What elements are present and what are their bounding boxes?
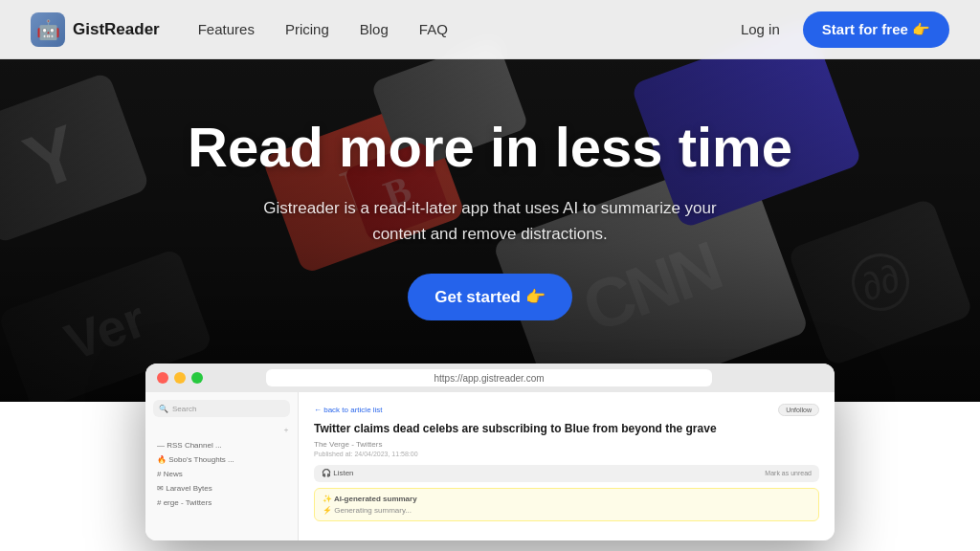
hero-subtitle: Gistreader is a read-it-later app that u… <box>260 195 720 247</box>
nav-link-features[interactable]: Features <box>198 21 255 37</box>
hero-title: Read more in less time <box>188 117 792 178</box>
logo[interactable]: 🤖 GistReader <box>31 12 160 47</box>
traffic-lights <box>157 372 203 384</box>
list-item[interactable]: 🔥 Sobo's Thoughts ... <box>153 453 290 466</box>
ai-summary-text: ⚡ Generating summary... <box>323 506 811 515</box>
back-link-label: ← back to article list <box>314 406 383 414</box>
nav-links: Features Pricing Blog FAQ <box>198 21 741 37</box>
back-to-list[interactable]: ← back to article list Unfollow <box>314 404 819 416</box>
list-item[interactable]: — RSS Channel ... <box>153 439 290 452</box>
app-main: ← back to article list Unfollow Twitter … <box>299 392 835 540</box>
unfollow-button[interactable]: Unfollow <box>778 404 819 416</box>
listen-label: 🎧 Listen <box>322 469 354 477</box>
sidebar-search[interactable]: 🔍 Search <box>153 400 290 417</box>
search-placeholder: Search <box>172 405 196 413</box>
listen-bar[interactable]: 🎧 Listen Mark as unread <box>314 465 819 482</box>
logo-text: GistReader <box>73 20 160 39</box>
get-started-button[interactable]: Get started 👉 <box>408 274 571 320</box>
app-sidebar: 🔍 Search ＋ — RSS Channel ... 🔥 Sobo's Th… <box>145 392 299 540</box>
article-source: The Verge - Twitters <box>314 440 819 449</box>
hero-section: Read more in less time Gistreader is a r… <box>0 59 980 320</box>
article-title: Twitter claims dead celebs are subscribi… <box>314 422 819 437</box>
sidebar-item-list: — RSS Channel ... 🔥 Sobo's Thoughts ... … <box>153 439 290 509</box>
nav-link-pricing[interactable]: Pricing <box>285 21 329 37</box>
list-item[interactable]: ✉ Laravel Bytes <box>153 482 290 495</box>
list-item[interactable]: # News <box>153 468 290 480</box>
mark-unread-button[interactable]: Mark as unread <box>765 470 812 476</box>
traffic-green <box>191 372 203 384</box>
article-date: Published at: 24/04/2023, 11:58:00 <box>314 451 819 457</box>
url-bar[interactable]: https://app.gistreader.com <box>266 369 712 386</box>
add-icon[interactable]: ＋ <box>282 426 290 434</box>
nav-link-blog[interactable]: Blog <box>360 21 389 37</box>
search-icon: 🔍 <box>159 405 168 413</box>
traffic-yellow <box>174 372 186 384</box>
list-item[interactable]: # erge - Twitters <box>153 496 290 509</box>
ai-summary-title-text: ✨ AI-generated summary <box>323 495 417 503</box>
traffic-red <box>157 372 168 384</box>
ai-summary-title: ✨ AI-generated summary <box>323 495 811 503</box>
app-titlebar: https://app.gistreader.com <box>145 364 835 392</box>
app-screenshot: https://app.gistreader.com 🔍 Search ＋ — … <box>145 364 835 540</box>
ai-summary-box: ✨ AI-generated summary ⚡ Generating summ… <box>314 488 819 521</box>
nav-link-faq[interactable]: FAQ <box>419 21 448 37</box>
nav-right: Log in Start for free 👉 <box>741 11 949 48</box>
navbar: 🤖 GistReader Features Pricing Blog FAQ L… <box>0 0 980 59</box>
logo-icon: 🤖 <box>31 12 65 47</box>
app-body: 🔍 Search ＋ — RSS Channel ... 🔥 Sobo's Th… <box>145 392 835 540</box>
start-free-button[interactable]: Start for free 👉 <box>803 11 949 48</box>
login-link[interactable]: Log in <box>741 21 780 37</box>
